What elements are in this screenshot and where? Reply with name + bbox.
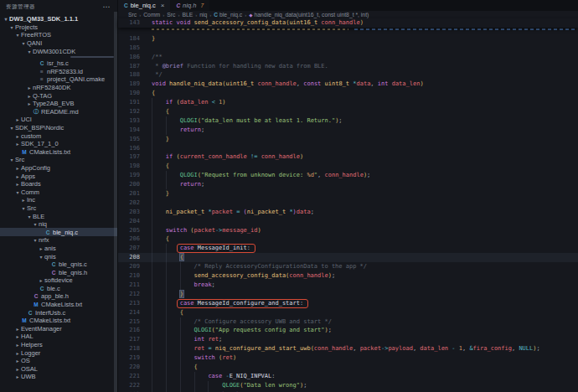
code-line-209[interactable]: 209/* Reply AccessoryConfigurationData t…: [118, 262, 578, 271]
code-line-189[interactable]: 189void handle_niq_data(uint16_t conn_ha…: [118, 80, 578, 89]
tree-item-type2ab-evb[interactable]: ▸Type2AB_EVB: [0, 100, 117, 108]
breadcrumb-item[interactable]: Src: [167, 12, 175, 18]
tree-item-src[interactable]: ▾Src: [0, 156, 117, 164]
tree-item-sdk-bsp-nordic[interactable]: ▾SDK_BSP\Nordic: [0, 124, 117, 132]
code-line-201[interactable]: 201}: [118, 189, 578, 199]
chevron-right-icon[interactable]: ▸: [26, 93, 33, 99]
tree-item-uwb[interactable]: ▸UWB: [0, 373, 117, 381]
tree-item-qani[interactable]: ▾QANI: [0, 39, 117, 48]
tree-item-custom[interactable]: ▸custom: [0, 132, 117, 140]
code-line-219[interactable]: 219switch (ret): [118, 353, 578, 363]
tree-item-nrfx[interactable]: ▾nrfx: [0, 236, 117, 245]
tree-item-os[interactable]: ▸OS: [0, 357, 117, 365]
tree-item-ble-qnis-h[interactable]: Cble_qnis.h: [0, 268, 117, 276]
tree-item-qnis[interactable]: ▾qnis: [0, 252, 117, 260]
tab-ble-niq-c[interactable]: Cble_niq.c×: [118, 0, 170, 11]
breadcrumb-item[interactable]: Comm: [143, 12, 160, 18]
chevron-down-icon[interactable]: ▾: [32, 237, 39, 243]
code-line-212[interactable]: 212}: [118, 290, 578, 299]
close-icon[interactable]: ×: [161, 2, 165, 9]
code-line-192[interactable]: 192{: [118, 107, 578, 116]
tree-item-ble[interactable]: ▾BLE: [0, 212, 117, 220]
code-line-143[interactable]: 143static void send_accessory_config_dat…: [118, 18, 578, 28]
chevron-down-icon[interactable]: ▾: [14, 32, 21, 38]
chevron-right-icon[interactable]: ▸: [14, 181, 21, 187]
code-line-208[interactable]: 208{: [118, 253, 578, 262]
tree-item-q-tag[interactable]: ▸Q-TAG: [0, 91, 117, 100]
chevron-down-icon[interactable]: ▾: [20, 40, 27, 46]
chevron-right-icon[interactable]: ▸: [14, 350, 21, 356]
tree-item-softdevice[interactable]: ▸softdevice: [0, 276, 117, 285]
explorer-more-actions-icon[interactable]: ⋯: [103, 4, 111, 9]
code-line-188[interactable]: 188 */: [118, 70, 578, 80]
chevron-right-icon[interactable]: ▸: [26, 101, 33, 106]
code-line-185[interactable]: 185: [118, 44, 578, 53]
code-line-203[interactable]: 203ni_packet_t *packet = (ni_packet_t *)…: [118, 208, 578, 217]
chevron-down-icon[interactable]: ▾: [8, 157, 15, 162]
chevron-right-icon[interactable]: ▸: [14, 333, 21, 339]
code-line-193[interactable]: 193QLOGI("data_len must be at least 1. R…: [118, 116, 578, 126]
code-line-194[interactable]: 194return;: [118, 126, 578, 135]
tree-item-cmakelists-txt[interactable]: MCMakeLists.txt: [0, 317, 117, 325]
code-line-196[interactable]: 196: [118, 144, 578, 153]
tree-item-comm[interactable]: ▾Comm: [0, 188, 117, 196]
tree-item-appconfig[interactable]: ▸AppConfig: [0, 164, 117, 173]
tree-item-eventmanager[interactable]: ▸EventManager: [0, 325, 117, 333]
tree-item-projects[interactable]: ▾Projects: [0, 23, 117, 32]
code-line-210[interactable]: 210send_accessory_config_data(conn_handl…: [118, 271, 578, 281]
breadcrumb-item[interactable]: niq: [199, 12, 207, 18]
tree-item-logger[interactable]: ▸Logger: [0, 348, 117, 357]
breadcrumb-item[interactable]: BLE: [182, 12, 193, 18]
breadcrumb-item[interactable]: ◆handle_niq_data(uint16_t, const uint8_t…: [249, 12, 369, 18]
code-line-206[interactable]: 206{: [118, 235, 578, 244]
chevron-right-icon[interactable]: ▸: [14, 173, 21, 179]
tree-item-app-ble-h[interactable]: Capp_ble.h: [0, 292, 117, 301]
chevron-down-icon[interactable]: ▾: [26, 49, 33, 54]
code-line-214[interactable]: 214{: [118, 308, 578, 317]
tree-item-boards[interactable]: ▸Boards: [0, 180, 117, 188]
code-line-218[interactable]: 218ret = niq_configure_and_start_uwb(con…: [118, 344, 578, 353]
code-line-199[interactable]: 199QLOGI("Request from unknown device: %…: [118, 171, 578, 180]
tree-item-helpers[interactable]: ▸Helpers: [0, 341, 117, 349]
code-line-187[interactable]: 187 * @brief Function for handling new d…: [118, 62, 578, 71]
chevron-right-icon[interactable]: ▸: [14, 358, 21, 364]
tree-item-apps[interactable]: ▸Apps: [0, 172, 117, 180]
tree-item-freertos[interactable]: ▾FreeRTOS: [0, 31, 117, 39]
tree-item-isr-hs-c[interactable]: Cisr_hs.c: [0, 59, 117, 68]
code-line-186[interactable]: 186/**: [118, 53, 578, 62]
chevron-right-icon[interactable]: ▸: [20, 197, 27, 203]
tree-item-ble-niq-c[interactable]: Cble_niq.c: [0, 228, 117, 236]
chevron-right-icon[interactable]: ▸: [14, 342, 21, 348]
chevron-right-icon[interactable]: ▸: [26, 85, 33, 90]
chevron-right-icon[interactable]: ▸: [14, 165, 21, 171]
code-line-202[interactable]: 202: [118, 199, 578, 208]
tree-item-cmakelists-txt[interactable]: MCMakeLists.txt: [0, 301, 117, 309]
tree-item-interfusb-c[interactable]: CInterfUsb.c: [0, 308, 117, 317]
code-line-204[interactable]: 204: [118, 217, 578, 226]
code-editor[interactable]: 184}185186/**187 * @brief Function for h…: [118, 34, 578, 392]
code-line-221[interactable]: 221case -E_NIQ_INPVAL:: [118, 372, 578, 381]
tree-item-dwm3001cdk[interactable]: ▾DWM3001CDK: [0, 47, 117, 55]
code-line-198[interactable]: 198{: [118, 162, 578, 171]
tree-item-ble-c[interactable]: Cble.c: [0, 285, 117, 293]
sticky-scroll-header[interactable]: 143static void send_accessory_config_dat…: [118, 18, 578, 28]
code-line-213[interactable]: 213case MessageId_configure_and_start:: [118, 299, 578, 308]
tree-item-uci[interactable]: ▸UCI: [0, 116, 117, 124]
sidebar-scrollbar[interactable]: [114, 12, 117, 392]
code-line-195[interactable]: 195}: [118, 135, 578, 144]
chevron-down-icon[interactable]: ▾: [8, 125, 15, 131]
tab-niq-h[interactable]: Cniq.h7: [170, 0, 209, 11]
code-line-216[interactable]: 216QLOGI("App requests config and start"…: [118, 326, 578, 335]
tree-item-niq[interactable]: ▾niq: [0, 220, 117, 229]
chevron-right-icon[interactable]: ▸: [14, 141, 21, 147]
chevron-right-icon[interactable]: ▸: [14, 116, 21, 122]
code-line-222[interactable]: 222QLOGE("Data len wrong");: [118, 381, 578, 390]
code-line-191[interactable]: 191if (data_len < 1): [118, 98, 578, 107]
chevron-right-icon[interactable]: ▸: [14, 366, 21, 372]
tree-item-sdk-17-1-0[interactable]: ▸SDK_17_1_0: [0, 140, 117, 148]
chevron-right-icon[interactable]: ▸: [14, 133, 21, 139]
chevron-right-icon[interactable]: ▸: [38, 245, 44, 251]
code-line-220[interactable]: 220{: [118, 363, 578, 372]
code-line-215[interactable]: 215/* Configure accessory UWB and start …: [118, 317, 578, 327]
breadcrumb-item[interactable]: Src: [128, 12, 137, 18]
